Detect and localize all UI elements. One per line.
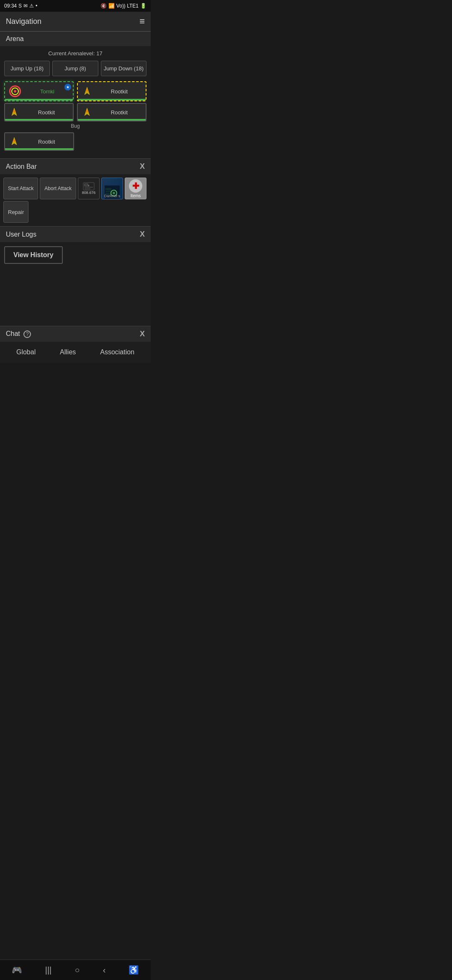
rootkit-3-health-bar: [78, 119, 146, 121]
items-label: Items: [131, 193, 141, 198]
action-bar-title: Action Bar: [6, 163, 37, 170]
abort-attack-label: Abort Attack: [44, 186, 72, 191]
chat-help-icon[interactable]: ?: [23, 330, 31, 338]
player-card-tomki[interactable]: Tomki ★: [4, 81, 74, 101]
svg-point-5: [86, 111, 88, 112]
items-button[interactable]: ✚ Items: [125, 178, 146, 199]
action-bar-close[interactable]: X: [140, 162, 145, 171]
wifi-icon: 📶: [108, 3, 115, 9]
jump-buttons: Jump Up (18) Jump (8) Jump Down (18): [4, 61, 146, 76]
svg-point-3: [13, 111, 15, 112]
arena-level: Current Arenalevel: 17: [4, 50, 146, 57]
arena-title: Arena: [6, 35, 24, 43]
user-logs-header: User Logs X: [0, 226, 151, 242]
player-card-rootkit-3[interactable]: Rootkit: [77, 103, 146, 121]
signal-icon: Vo)) LTE1: [116, 3, 139, 9]
action-buttons-row: Start Attack Abort Attack ⬇ 808.676 0101…: [3, 178, 147, 223]
arena-second-row: Rootkit Rootkit: [4, 103, 146, 121]
money-button[interactable]: ⬇ 808.676: [78, 178, 100, 199]
user-logs-title: User Logs: [6, 231, 36, 238]
player-card-rootkit-1[interactable]: Rootkit: [77, 81, 146, 101]
jump-button[interactable]: Jump (8): [52, 61, 98, 76]
arena-top-row: Tomki ★ Rootkit: [4, 81, 146, 101]
user-logs-close[interactable]: X: [140, 230, 145, 239]
action-bar: Start Attack Abort Attack ⬇ 808.676 0101…: [0, 174, 151, 226]
user-logs-content: View History: [0, 242, 151, 326]
svg-point-7: [13, 140, 15, 142]
arena-section: Current Arenalevel: 17 Jump Up (18) Jump…: [0, 46, 151, 158]
chat-tabs: Global Allies Association: [4, 346, 146, 358]
nav-bar: Navigation ≡: [0, 12, 151, 31]
tomki-health-bar: [5, 99, 73, 101]
battery-icon: 🔋: [140, 3, 146, 9]
status-right: 🔇 📶 Vo)) LTE1 🔋: [100, 3, 146, 9]
chat-tab-association[interactable]: Association: [92, 346, 143, 358]
darknet-label: Darknet s: [102, 194, 123, 198]
rootkit-2-health-bar: [5, 119, 73, 121]
rootkit-ship-3: [81, 106, 93, 118]
abort-attack-button[interactable]: Abort Attack: [40, 178, 76, 199]
repair-button[interactable]: Repair: [3, 201, 28, 223]
start-attack-button[interactable]: Start Attack: [3, 178, 38, 199]
status-left: 09:34 S ✉ ⚠ •: [4, 3, 37, 9]
rootkit-ship-2: [8, 106, 20, 118]
time: 09:34: [4, 3, 17, 9]
action-bar-header: Action Bar X: [0, 158, 151, 174]
items-cross-icon: ✚: [129, 179, 142, 193]
tomki-star-badge: ★: [64, 84, 71, 90]
chat-close[interactable]: X: [140, 330, 145, 338]
rootkit-4-health-bar: [5, 148, 73, 150]
chat-tab-allies[interactable]: Allies: [51, 346, 84, 358]
rootkit-name-1: Rootkit: [96, 88, 142, 95]
warning-icon: ⚠: [29, 3, 34, 9]
darknet-button[interactable]: 01010 10101 01101 Darknet s: [101, 178, 123, 199]
dot-icon: •: [36, 3, 37, 9]
money-amount: 808.676: [82, 191, 96, 195]
tomki-name: Tomki: [25, 88, 69, 95]
start-attack-label: Start Attack: [8, 186, 33, 191]
bug-label: Bug: [4, 123, 146, 129]
rootkit-ship-4: [8, 136, 20, 147]
status-bar: 09:34 S ✉ ⚠ • 🔇 📶 Vo)) LTE1 🔋: [0, 0, 151, 12]
money-icon: ⬇: [83, 182, 95, 191]
svg-point-1: [86, 90, 88, 91]
svg-rect-9: [85, 184, 88, 186]
chat-header: Chat ? X: [0, 326, 151, 342]
svg-rect-10: [85, 187, 93, 188]
rootkit-ship-1: [81, 85, 93, 97]
player-card-rootkit-2[interactable]: Rootkit: [4, 103, 74, 121]
arena-section-header: Arena: [0, 31, 151, 46]
rootkit-name-4: Rootkit: [23, 139, 70, 145]
email-icon: ✉: [23, 3, 28, 9]
chat-tab-global[interactable]: Global: [8, 346, 44, 358]
skype-icon: S: [18, 3, 22, 9]
svg-text:⬇: ⬇: [88, 184, 90, 187]
tomki-avatar: [8, 85, 22, 98]
rootkit-name-2: Rootkit: [23, 109, 69, 116]
jump-up-button[interactable]: Jump Up (18): [4, 61, 50, 76]
jump-down-button[interactable]: Jump Down (18): [101, 61, 146, 76]
chat-title: Chat ?: [6, 330, 31, 338]
view-history-button[interactable]: View History: [4, 246, 63, 264]
nav-title: Navigation: [6, 17, 41, 26]
rootkit-1-health-bar: [78, 99, 146, 101]
rootkit-name-3: Rootkit: [96, 109, 142, 116]
bullseye-icon: [9, 85, 21, 97]
hamburger-menu[interactable]: ≡: [139, 16, 145, 27]
mute-icon: 🔇: [100, 3, 107, 9]
player-card-rootkit-4[interactable]: Rootkit: [4, 132, 74, 151]
svg-rect-11: [85, 188, 90, 189]
chat-section: Global Allies Association: [0, 342, 151, 363]
